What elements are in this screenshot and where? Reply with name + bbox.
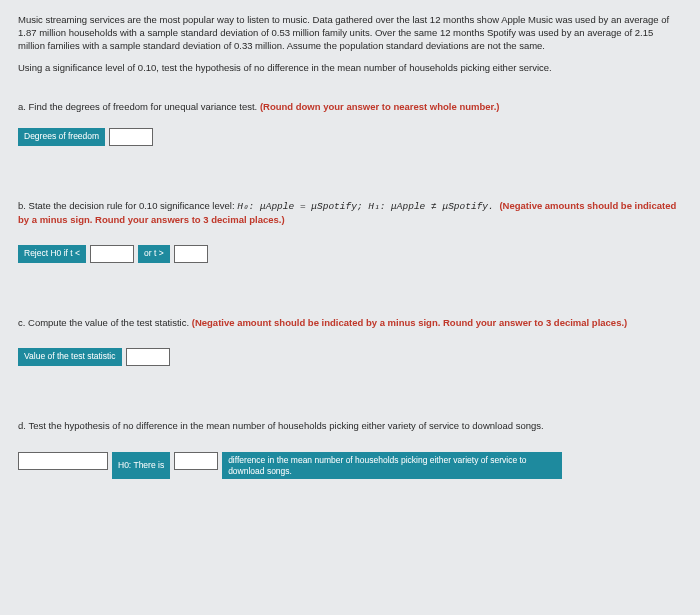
part-b-text: b. State the decision rule for 0.10 sign… [18,200,237,211]
reject-h0-mid-label: or t > [138,245,170,263]
part-d-middle-input[interactable] [174,452,218,470]
test-stat-label: Value of the test statistic [18,348,122,366]
part-c-field-row: Value of the test statistic [18,348,682,366]
part-b-h1: H₁: μApple ≠ μSpotify. [368,201,499,212]
problem-intro-2: Using a significance level of 0.10, test… [18,62,682,75]
reject-h0-lower-input[interactable] [90,245,134,263]
deg-freedom-input[interactable] [109,128,153,146]
part-d-leading-input[interactable] [18,452,108,470]
reject-h0-left-label: Reject H0 if t < [18,245,86,263]
part-d-h0-label: H0: There is [112,452,170,478]
part-a-text: a. Find the degrees of freedom for unequ… [18,101,260,112]
test-stat-input[interactable] [126,348,170,366]
part-a-prompt: a. Find the degrees of freedom for unequ… [18,101,682,114]
part-a-field-row: Degrees of freedom [18,128,682,146]
problem-intro-1: Music streaming services are the most po… [18,14,682,52]
part-c-text: c. Compute the value of the test statist… [18,317,192,328]
deg-freedom-label: Degrees of freedom [18,128,105,146]
part-b-field-row: Reject H0 if t < or t > [18,245,682,263]
part-d-prompt: d. Test the hypothesis of no difference … [18,420,682,433]
part-d-field-row: H0: There is difference in the mean numb… [18,452,682,478]
part-b-h0: H₀: μApple = μSpotify; [237,201,368,212]
reject-h0-upper-input[interactable] [174,245,208,263]
part-c-prompt: c. Compute the value of the test statist… [18,317,682,330]
part-d-trailing-label: difference in the mean number of househo… [222,452,562,478]
part-b-prompt: b. State the decision rule for 0.10 sign… [18,200,682,227]
part-a-note: (Round down your answer to nearest whole… [260,101,500,112]
part-c-note: (Negative amount should be indicated by … [192,317,628,328]
